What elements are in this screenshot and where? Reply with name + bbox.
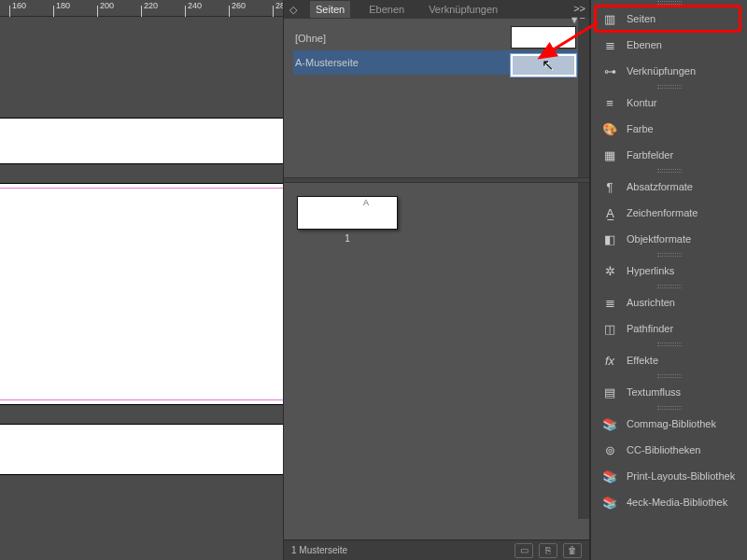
status-text: 1 Musterseite xyxy=(291,545,509,555)
ruler-tick-label: 200 xyxy=(100,1,114,10)
dock-textumfluss-label: Textumfluss xyxy=(627,386,681,398)
master-pages-list: [Ohne] A-Musterseite xyxy=(284,19,589,177)
library-icon: 📚 xyxy=(602,495,617,510)
dock-ebenen-label: Ebenen xyxy=(627,39,662,50)
document-canvas[interactable] xyxy=(0,17,283,560)
dock-zeichenformate[interactable]: A̲Zeichenformate xyxy=(591,200,747,226)
master-none-thumb[interactable] xyxy=(511,26,576,49)
page-master-indicator: A xyxy=(363,198,369,207)
margin-guide xyxy=(0,399,283,400)
new-page-icon[interactable]: ⎘ xyxy=(539,543,557,558)
pathfinder-icon: ◫ xyxy=(602,321,617,336)
hyperlinks-icon: ✲ xyxy=(602,263,617,278)
ruler-tick-label: 220 xyxy=(144,1,158,10)
tab-ebenen[interactable]: Ebenen xyxy=(363,1,410,18)
links-icon: ⊶ xyxy=(602,63,617,78)
dock-ausrichten-label: Ausrichten xyxy=(627,297,675,308)
dock-farbfelder-label: Farbfelder xyxy=(627,149,673,161)
align-icon: ≣ xyxy=(602,295,617,310)
panel-status-bar: 1 Musterseite ▭ ⎘ 🗑 xyxy=(284,539,589,560)
dock-verknuepfungen-label: Verknüpfungen xyxy=(627,65,696,77)
dock-pathfinder-label: Pathfinder xyxy=(627,323,673,334)
dock-textumfluss[interactable]: ▤Textumfluss xyxy=(591,379,747,405)
page-fragment-top xyxy=(0,118,283,164)
master-a-thumb[interactable] xyxy=(511,54,576,77)
object-styles-icon: ◧ xyxy=(602,231,617,246)
dock-effekte[interactable]: fxEffekte xyxy=(591,347,747,373)
dock-kontur-label: Kontur xyxy=(627,97,656,108)
pages-icon: ▥ xyxy=(602,11,617,26)
dock-print-layouts-bibliothek[interactable]: 📚Print-Layouts-Bibliothek xyxy=(591,463,747,489)
color-icon: 🎨 xyxy=(602,121,617,136)
dock-cc-label: CC-Bibliotheken xyxy=(627,444,700,455)
dock-pathfinder[interactable]: ◫Pathfinder xyxy=(591,315,747,342)
trash-icon[interactable]: 🗑 xyxy=(563,543,582,558)
ruler-tick-label: 240 xyxy=(188,1,202,10)
dock-objektformate[interactable]: ◧Objektformate xyxy=(591,226,747,252)
dock-ebenen[interactable]: ≣Ebenen xyxy=(591,32,747,58)
dock-hyperlinks-label: Hyperlinks xyxy=(627,265,674,276)
character-styles-icon: A̲ xyxy=(602,205,617,220)
library-icon: 📚 xyxy=(602,416,617,431)
panel-tab-bar: ◇ Seiten Ebenen Verknüpfungen >> ▼≡ xyxy=(284,0,589,19)
scrollbar-masters[interactable] xyxy=(578,19,589,177)
stroke-icon: ≡ xyxy=(602,95,617,110)
page-fragment-bottom xyxy=(0,424,283,475)
page-1-thumb[interactable]: A xyxy=(297,196,398,230)
tab-seiten[interactable]: Seiten xyxy=(310,1,350,18)
dock-farbe-label: Farbe xyxy=(627,123,654,134)
horizontal-ruler: 160180200220240260280 xyxy=(0,0,283,17)
dock-kontur[interactable]: ≡Kontur xyxy=(591,90,747,116)
dock-4eck-media-bibliothek[interactable]: 📚4eck-Media-Bibliothek xyxy=(591,489,747,515)
page-fragment-main xyxy=(0,183,283,405)
tab-verknuepfungen[interactable]: Verknüpfungen xyxy=(423,1,503,18)
swatches-icon: ▦ xyxy=(602,147,617,162)
library-icon: 📚 xyxy=(602,469,617,483)
pages-panel: ◇ Seiten Ebenen Verknüpfungen >> ▼≡ [Ohn… xyxy=(283,0,590,560)
dock-ausrichten[interactable]: ≣Ausrichten xyxy=(591,289,747,315)
ruler-tick-label: 160 xyxy=(12,1,26,10)
edit-page-size-icon[interactable]: ▭ xyxy=(514,543,533,558)
dock-zeichenformate-label: Zeichenformate xyxy=(627,207,698,218)
dock-commag-label: Commag-Bibliothek xyxy=(627,418,716,429)
dock-objektformate-label: Objektformate xyxy=(627,233,691,245)
scrollbar-pages[interactable] xyxy=(578,183,589,519)
dock-seiten[interactable]: ▥Seiten xyxy=(591,6,747,32)
dock-farbe[interactable]: 🎨Farbe xyxy=(591,116,747,142)
dock-absatzformate-label: Absatzformate xyxy=(627,181,693,192)
paragraph-styles-icon: ¶ xyxy=(602,179,617,194)
dock-commag-bibliothek[interactable]: 📚Commag-Bibliothek xyxy=(591,411,747,437)
document-pages-list: A 1 xyxy=(284,183,589,519)
dock-absatzformate[interactable]: ¶Absatzformate xyxy=(591,174,747,200)
dock-print-label: Print-Layouts-Bibliothek xyxy=(627,470,735,482)
dock-seiten-label: Seiten xyxy=(627,13,655,24)
expand-icon[interactable]: ◇ xyxy=(289,4,297,16)
dock-4eck-label: 4eck-Media-Bibliothek xyxy=(627,497,727,508)
dock-cc-bibliotheken[interactable]: ⊚CC-Bibliotheken xyxy=(591,437,747,463)
layers-icon: ≣ xyxy=(602,37,617,52)
ruler-tick-label: 180 xyxy=(56,1,70,10)
effects-icon: fx xyxy=(602,353,617,368)
dock-verknuepfungen[interactable]: ⊶Verknüpfungen xyxy=(591,58,747,84)
dock-farbfelder[interactable]: ▦Farbfelder xyxy=(591,142,747,168)
dock-effekte-label: Effekte xyxy=(627,355,658,366)
ruler-tick-label: 260 xyxy=(232,1,246,10)
right-dock: ▥Seiten ≣Ebenen ⊶Verknüpfungen ≡Kontur 🎨… xyxy=(590,0,747,560)
margin-guide xyxy=(0,188,283,189)
page-1-number: 1 xyxy=(297,233,398,244)
cc-library-icon: ⊚ xyxy=(602,442,617,457)
textwrap-icon: ▤ xyxy=(602,385,617,399)
dock-hyperlinks[interactable]: ✲Hyperlinks xyxy=(591,258,747,284)
